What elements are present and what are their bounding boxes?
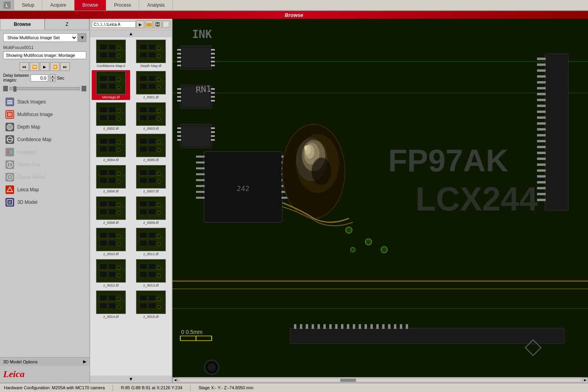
svg-point-32 — [117, 54, 120, 58]
tool-depth-map[interactable]: Depth Map — [3, 121, 86, 133]
pb-last[interactable]: ⏭ — [60, 62, 70, 71]
nav-tab-setup[interactable]: Setup — [14, 0, 42, 11]
scroll-track[interactable] — [180, 378, 581, 382]
delay-input[interactable] — [31, 74, 48, 82]
fb-play-btn[interactable]: ▶ — [136, 20, 144, 28]
tool-multifocus-image[interactable]: Multifocus Image — [3, 109, 86, 120]
slider-right-end[interactable] — [82, 86, 86, 91]
svg-rect-289 — [347, 324, 349, 329]
svg-rect-2 — [7, 100, 13, 101]
svg-rect-267 — [537, 134, 546, 136]
nav-tab-process[interactable]: Process — [106, 0, 139, 11]
tool-stereo-pair[interactable]: Stereo Pair — [3, 159, 86, 171]
thumb-label-z0010: z_0010.tif — [103, 252, 118, 256]
svg-rect-20 — [146, 23, 149, 24]
pb-play[interactable]: ▶ — [40, 62, 49, 71]
stage-status: Stage X:- Y:- Z:-74.8050 mm — [198, 385, 253, 390]
fb-expand-btn[interactable]: ⬜ — [162, 20, 170, 28]
fb-scroll-up[interactable]: ▲ — [90, 30, 172, 37]
tool-3d-model[interactable]: 3D Model — [3, 196, 86, 208]
svg-rect-210 — [211, 88, 215, 90]
thumbnail-z0009[interactable]: z_0009.tif — [132, 196, 170, 225]
sidebar-bottom-options[interactable]: 3D Model Options ▶ — [0, 357, 89, 366]
multifocus-dropdown[interactable]: Show Multifocus Image Set — [3, 33, 78, 42]
fb-folder-btn[interactable] — [145, 20, 153, 28]
thumbnail-z0014[interactable]: z_0014.tif — [92, 290, 130, 319]
tool-stack-images[interactable]: Stack Images — [3, 96, 86, 108]
svg-rect-180 — [149, 295, 156, 301]
slider-handle[interactable] — [13, 86, 16, 92]
thumbnail-z0004[interactable]: z_0004.tif — [92, 133, 130, 163]
dropdown-arrow[interactable]: ▼ — [78, 33, 86, 42]
svg-rect-197 — [177, 61, 181, 62]
svg-rect-64 — [100, 115, 107, 120]
svg-rect-135 — [109, 232, 116, 238]
pb-prev[interactable]: ⏪ — [30, 62, 39, 71]
svg-rect-275 — [537, 181, 546, 183]
svg-rect-213 — [211, 100, 215, 102]
nav-tab-analysis[interactable]: Analysis — [139, 0, 173, 11]
pb-next[interactable]: ⏩ — [50, 62, 60, 71]
thumbnail-montage[interactable]: Montage.tif — [92, 70, 130, 100]
svg-rect-74 — [149, 115, 156, 120]
thumbnail-z0015[interactable]: z_0015.tif — [132, 290, 170, 319]
svg-rect-263 — [537, 111, 546, 113]
svg-point-306 — [381, 247, 387, 253]
thumbnail-z0011[interactable]: z_0011.tif — [132, 227, 170, 257]
thumb-label-z0006: z_0006.tif — [103, 189, 118, 193]
svg-point-158 — [117, 274, 120, 277]
svg-rect-154 — [100, 272, 107, 277]
colour-relief-label: Colour Relief — [17, 174, 44, 180]
thumbnail-z0005[interactable]: z_0005.tif — [132, 133, 170, 163]
fb-path-input[interactable] — [92, 21, 136, 28]
thumbnail-confidence-map[interactable]: Confidence Map.ti — [92, 39, 130, 69]
thumbnail-z0003[interactable]: z_0003.tif — [132, 102, 170, 131]
fb-save-btn[interactable] — [154, 20, 162, 28]
thumb-label-z0013: z_0013.tif — [143, 283, 158, 287]
slider-left-end[interactable] — [3, 86, 8, 91]
tool-anaglyph[interactable]: Anaglyph — [3, 146, 86, 158]
scroll-right-btn[interactable]: ▶ — [583, 377, 588, 383]
hardware-status: Hardware Configuration: M205A with MC170… — [4, 385, 105, 390]
svg-point-76 — [157, 109, 160, 113]
svg-rect-179 — [140, 295, 147, 301]
showing-info-box[interactable] — [3, 51, 86, 59]
pixel-label: R:85 G:88 B:91 at X:2126 Y:234 — [121, 385, 182, 390]
spin-up[interactable]: ▲ — [50, 74, 55, 78]
nav-tab-acquire[interactable]: Acquire — [42, 0, 74, 11]
sidebar-tab-browse[interactable]: Browse — [0, 19, 45, 30]
svg-rect-45 — [109, 76, 116, 81]
tool-confidence-map[interactable]: Confidence Map — [3, 134, 86, 145]
svg-rect-195 — [177, 53, 181, 54]
tool-colour-relief[interactable]: Colour Relief — [3, 171, 86, 183]
svg-point-59 — [157, 86, 160, 89]
svg-point-139 — [117, 235, 120, 238]
thumbnail-z0008[interactable]: z_0008.tif — [92, 196, 130, 225]
multifocus-icon — [5, 110, 14, 119]
thumbnail-z0012[interactable]: z_0012.tif — [92, 258, 130, 288]
thumbnail-z0010[interactable]: z_0010.tif — [92, 227, 130, 257]
thumbnail-z0007[interactable]: z_0007.tif — [132, 164, 170, 194]
thumbnail-z0002[interactable]: z_0002.tif — [92, 102, 130, 131]
pcb-image: 242 FP97AK LCX244 — [172, 19, 588, 383]
svg-point-95 — [157, 149, 160, 152]
slider-track[interactable] — [9, 87, 80, 90]
svg-point-148 — [157, 235, 160, 238]
sidebar-tab-z[interactable]: Z — [45, 19, 89, 30]
fb-scroll-down[interactable]: ▼ — [90, 376, 172, 383]
thumbnail-z0001[interactable]: z_0001.tif — [132, 70, 170, 100]
svg-rect-222 — [211, 135, 215, 137]
nav-tab-browse[interactable]: Browse — [74, 0, 106, 11]
scroll-thumb[interactable] — [340, 379, 356, 382]
thumbnail-z0006[interactable]: z_0006.tif — [92, 164, 130, 194]
scroll-left-btn[interactable]: ◀ — [172, 377, 178, 383]
spin-down[interactable]: ▼ — [50, 78, 55, 82]
image-viewport[interactable]: 242 FP97AK LCX244 — [172, 19, 588, 383]
pb-first[interactable]: ⏮ — [20, 62, 29, 71]
svg-rect-136 — [100, 240, 107, 246]
thumbnail-depth-map[interactable]: Depth Map.tif — [132, 39, 170, 69]
thumbnail-z0013[interactable]: z_0013.tif — [132, 258, 170, 288]
svg-point-12 — [9, 150, 13, 154]
svg-rect-284 — [318, 324, 320, 329]
tool-leica-map[interactable]: Leica Map — [3, 184, 86, 196]
